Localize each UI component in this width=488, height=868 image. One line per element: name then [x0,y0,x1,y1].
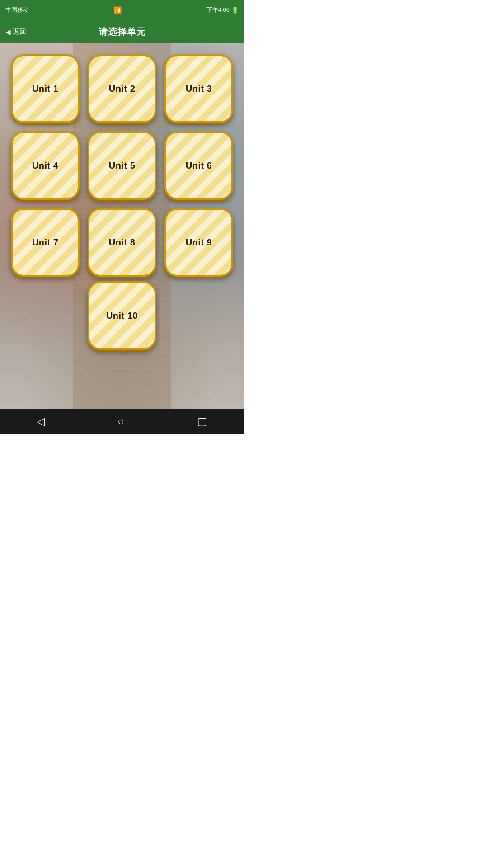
bottom-nav: ◁ ○ ▢ [0,409,244,434]
back-nav-button[interactable]: ◁ [28,411,54,431]
app-bar: ◀ 返回 请选择单元 [0,20,244,43]
back-arrow-icon: ◀ [5,28,11,36]
unit-5-button[interactable]: Unit 5 [88,131,156,200]
unit-10-row: Unit 10 [0,281,244,361]
unit-8-label: Unit 8 [109,237,136,248]
unit-10-label: Unit 10 [106,311,138,321]
home-nav-button[interactable]: ○ [108,411,133,431]
recent-nav-button[interactable]: ▢ [188,411,216,431]
unit-5-label: Unit 5 [109,160,136,171]
unit-6-button[interactable]: Unit 6 [164,131,233,200]
carrier-label: 中国移动 [5,6,29,14]
status-icons: 📶 [114,6,122,14]
unit-9-button[interactable]: Unit 9 [164,208,233,277]
unit-4-button[interactable]: Unit 4 [11,131,80,200]
unit-3-label: Unit 3 [186,84,212,94]
wifi-icon: 📶 [114,6,122,14]
units-grid: Unit 1Unit 2Unit 3Unit 4Unit 5Unit 6Unit… [0,43,244,281]
unit-10-button[interactable]: Unit 10 [88,281,156,350]
unit-4-label: Unit 4 [32,160,59,171]
unit-1-label: Unit 1 [32,84,59,94]
unit-9-label: Unit 9 [186,237,212,248]
status-bar: 中国移动 📶 下午4:06 🔋 [0,0,244,20]
main-content: Unit 1Unit 2Unit 3Unit 4Unit 5Unit 6Unit… [0,43,244,409]
time-label: 下午4:06 [206,6,230,14]
unit-7-button[interactable]: Unit 7 [11,208,80,277]
battery-icon: 🔋 [231,7,239,14]
back-label: 返回 [13,28,26,36]
unit-6-label: Unit 6 [186,160,212,171]
back-button[interactable]: ◀ 返回 [5,28,26,36]
unit-3-button[interactable]: Unit 3 [164,54,233,123]
status-right: 下午4:06 🔋 [206,6,239,14]
unit-2-button[interactable]: Unit 2 [88,54,156,123]
app-title: 请选择单元 [99,26,146,38]
unit-2-label: Unit 2 [109,84,136,94]
unit-1-button[interactable]: Unit 1 [11,54,80,123]
unit-7-label: Unit 7 [32,237,59,248]
unit-8-button[interactable]: Unit 8 [88,208,156,277]
